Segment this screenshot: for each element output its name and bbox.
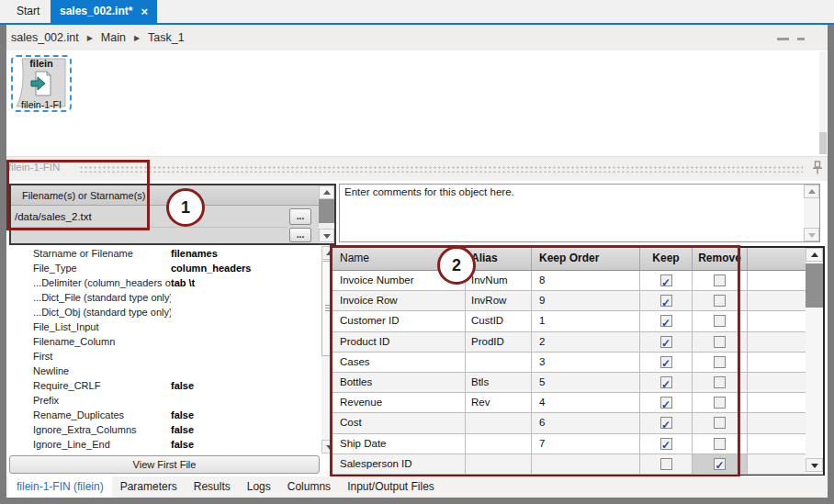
keep-checkbox[interactable] <box>660 356 672 368</box>
filename-cell-empty[interactable] <box>11 228 287 243</box>
property-row[interactable]: Newline <box>9 364 320 378</box>
property-row[interactable]: Prefix <box>9 393 320 408</box>
cell-keep-order[interactable]: 5 <box>532 373 640 392</box>
cell-keep-order[interactable]: 3 <box>532 353 640 372</box>
cell-alias[interactable]: Rev <box>466 393 532 412</box>
keep-checkbox[interactable] <box>660 315 672 327</box>
remove-checkbox[interactable] <box>714 336 726 348</box>
cell-name[interactable]: Salesperson ID <box>332 454 466 474</box>
cell-name[interactable]: Cases <box>332 353 466 372</box>
property-row[interactable]: ...Delimiter (column_headers or tab \t <box>9 275 320 290</box>
scroll-up-icon[interactable] <box>806 248 823 262</box>
table-row[interactable]: Product ID ProdID 2 <box>332 332 823 353</box>
cell-name[interactable]: Product ID <box>332 332 466 352</box>
table-row[interactable]: Invoice Row InvRow 9 <box>332 291 823 311</box>
remove-checkbox[interactable] <box>714 397 726 409</box>
browse-button[interactable]: ... <box>289 228 311 242</box>
scroll-up-icon[interactable] <box>319 185 334 199</box>
cell-alias[interactable] <box>466 454 532 474</box>
property-row[interactable]: File_Type column_headers <box>9 261 320 275</box>
table-row[interactable]: Cases 3 <box>332 353 823 373</box>
property-row[interactable]: File_List_Input <box>9 319 320 334</box>
cell-name[interactable]: Revenue <box>332 393 466 412</box>
property-row[interactable]: Ignore_Line_End false <box>9 437 320 452</box>
table-row[interactable]: Revenue Rev 4 <box>332 393 823 413</box>
property-value[interactable]: false <box>171 378 194 393</box>
bottom-tab-filein-1-fin-filein-[interactable]: filein-1-FIN (filein) <box>8 476 112 498</box>
column-header-remove[interactable]: Remove <box>693 248 748 270</box>
browse-button[interactable]: ... <box>289 208 311 225</box>
pin-icon[interactable] <box>812 161 823 175</box>
property-value[interactable]: false <box>171 437 194 452</box>
filename-grid-header[interactable]: Filename(s) or Starname(s) <box>11 185 319 206</box>
cell-alias[interactable] <box>466 434 532 454</box>
cell-keep-order[interactable] <box>532 454 640 474</box>
cell-name[interactable]: Customer ID <box>332 311 466 330</box>
bottom-tab-columns[interactable]: Columns <box>279 476 339 498</box>
remove-checkbox[interactable] <box>714 458 726 470</box>
bottom-tab-results[interactable]: Results <box>186 476 239 498</box>
property-value[interactable]: tab \t <box>171 275 195 290</box>
cell-alias[interactable]: ProdID <box>466 332 532 352</box>
view-first-file-button[interactable]: View First File <box>9 455 320 474</box>
column-header-keep[interactable]: Keep <box>640 248 693 270</box>
cell-alias[interactable] <box>466 353 532 372</box>
keep-checkbox[interactable] <box>660 295 672 307</box>
property-value[interactable]: filenames <box>171 246 218 261</box>
tab-start[interactable]: Start <box>7 0 49 23</box>
breadcrumb-item-file[interactable]: sales_002.int <box>11 31 79 44</box>
cell-alias[interactable]: InvNum <box>466 271 532 290</box>
cell-keep-order[interactable]: 9 <box>532 291 640 310</box>
table-row[interactable]: Bottles Btls 5 <box>332 373 823 393</box>
scroll-down-icon[interactable] <box>319 229 334 242</box>
cell-keep-order[interactable]: 1 <box>532 311 640 330</box>
remove-checkbox[interactable] <box>714 417 726 429</box>
keep-checkbox[interactable] <box>660 438 672 450</box>
tab-sales-002[interactable]: sales_002.int* × <box>51 0 157 23</box>
keep-checkbox[interactable] <box>660 336 672 348</box>
property-row[interactable]: Rename_Duplicates false <box>9 408 320 422</box>
cell-name[interactable]: Bottles <box>332 373 466 392</box>
table-row[interactable]: Cost 6 <box>332 413 823 433</box>
table-row[interactable]: Ship Date 7 <box>332 434 823 454</box>
cell-alias[interactable]: Btls <box>466 373 532 392</box>
property-row[interactable]: ...Dict_Obj (standard type only) <box>9 305 320 319</box>
keep-checkbox[interactable] <box>660 376 672 388</box>
columns-scrollbar-thumb[interactable] <box>806 263 823 308</box>
keep-checkbox[interactable] <box>660 458 672 470</box>
remove-checkbox[interactable] <box>714 376 726 388</box>
bottom-tab-parameters[interactable]: Parameters <box>112 476 186 498</box>
keep-checkbox[interactable] <box>660 274 672 286</box>
cell-alias[interactable]: InvRow <box>466 291 532 310</box>
property-row[interactable]: Ignore_Extra_Columns false <box>9 422 320 437</box>
table-row[interactable]: Invoice Number InvNum 8 <box>332 271 823 291</box>
property-value[interactable]: column_headers <box>171 261 251 275</box>
property-row[interactable]: Starname or Filename filenames <box>9 246 320 261</box>
canvas-scrollbar-thumb[interactable] <box>819 132 827 154</box>
scroll-up-icon[interactable] <box>804 185 819 198</box>
cell-name[interactable]: Ship Date <box>332 434 466 454</box>
bottom-tab-logs[interactable]: Logs <box>239 476 279 498</box>
keep-checkbox[interactable] <box>660 417 672 429</box>
property-row[interactable]: ...Dict_File (standard type only) <box>9 290 320 305</box>
cell-keep-order[interactable]: 6 <box>532 413 640 432</box>
cell-name[interactable]: Cost <box>332 413 466 432</box>
property-row[interactable]: Filename_Column <box>9 334 320 349</box>
cell-keep-order[interactable]: 2 <box>532 332 640 352</box>
close-icon[interactable]: × <box>141 6 148 17</box>
property-row[interactable]: Require_CRLF false <box>9 378 320 393</box>
filename-scrollbar-thumb[interactable] <box>319 199 334 223</box>
property-value[interactable]: false <box>171 422 194 437</box>
cell-name[interactable]: Invoice Row <box>332 291 466 310</box>
remove-checkbox[interactable] <box>714 315 726 327</box>
splitter-handle-icon[interactable] <box>797 38 805 40</box>
remove-checkbox[interactable] <box>714 295 726 307</box>
remove-checkbox[interactable] <box>714 356 726 368</box>
keep-checkbox[interactable] <box>660 397 672 409</box>
splitter-handle-icon[interactable] <box>777 38 789 40</box>
cell-alias[interactable]: CustID <box>466 311 532 330</box>
table-row[interactable]: Salesperson ID <box>332 454 823 475</box>
table-row[interactable]: Customer ID CustID 1 <box>332 311 823 331</box>
remove-checkbox[interactable] <box>714 274 726 286</box>
graph-canvas[interactable] <box>6 50 828 156</box>
